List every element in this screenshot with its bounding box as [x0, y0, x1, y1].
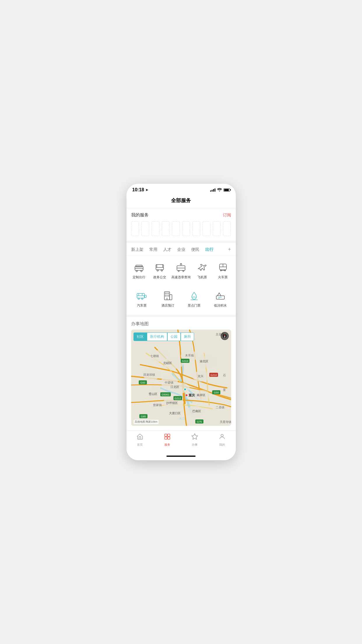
service-bus-ticket[interactable]: 汽车票: [129, 288, 155, 310]
service-gov-bus[interactable]: 政务公交: [150, 259, 170, 282]
tab-new[interactable]: 新上架: [131, 247, 143, 252]
filter-tab-community[interactable]: 社区: [133, 332, 147, 341]
service-custom-travel[interactable]: 定制出行: [129, 259, 150, 282]
filter-tab-park[interactable]: 公园: [167, 332, 181, 341]
svg-text:七塘镇: 七塘镇: [150, 354, 159, 358]
svg-text:重庆: 重庆: [189, 393, 195, 397]
svg-text:璧山区: 璧山区: [149, 392, 157, 396]
bus-ticket-label: 汽车票: [137, 303, 147, 308]
map-section-title: 办事地图: [131, 321, 231, 327]
svg-rect-1: [136, 265, 142, 267]
svg-text:G319: G319: [182, 360, 188, 363]
service-flight[interactable]: 飞机票: [192, 259, 212, 282]
nav-affairs-label: 办事: [192, 443, 198, 447]
svg-text:G75: G75: [197, 420, 202, 423]
service-waterlog[interactable]: 低洼积水: [207, 288, 233, 310]
custom-travel-icon: [133, 262, 145, 273]
nav-home[interactable]: 首页: [126, 433, 154, 447]
tab-convenience[interactable]: 便民: [191, 247, 199, 252]
nav-affairs[interactable]: 办事: [181, 433, 208, 447]
gov-bus-icon: [154, 262, 166, 273]
status-time: 10:18 ➤: [132, 187, 148, 192]
hotel-label: 酒店预订: [161, 303, 174, 308]
svg-text:G212: G212: [174, 397, 181, 400]
nav-home-label: 首页: [137, 443, 143, 447]
bottom-nav: 首页 服务 办事: [126, 430, 236, 453]
filter-tab-medical[interactable]: 医疗机构: [147, 332, 167, 341]
my-services-label: 我的服务: [131, 212, 149, 218]
home-indicator: [166, 456, 196, 457]
svg-rect-36: [168, 295, 169, 296]
placeholder-8: [203, 221, 210, 236]
svg-rect-32: [170, 295, 172, 300]
svg-text:木耳镇: 木耳镇: [185, 354, 194, 357]
svg-text:南岸区: 南岸区: [197, 393, 205, 397]
svg-text:天星寺镇: 天星寺镇: [220, 420, 231, 424]
wifi-icon: [217, 188, 222, 192]
location-arrow-icon: ➤: [145, 188, 148, 192]
map-section: 办事地图: [126, 317, 236, 426]
home-icon: [136, 433, 143, 442]
tab-add-button[interactable]: +: [228, 246, 231, 253]
svg-rect-93: [165, 434, 167, 436]
svg-text:大渡口区: 大渡口区: [169, 412, 181, 415]
compass-icon: [221, 332, 229, 340]
service-hotel[interactable]: 酒店预订: [155, 288, 181, 310]
affairs-icon: [191, 433, 198, 442]
svg-text:中梁镇: 中梁镇: [165, 381, 173, 384]
status-bar: 10:18 ➤: [126, 184, 236, 194]
svg-text:G50: G50: [214, 391, 219, 394]
svg-text:G93: G93: [140, 381, 145, 384]
status-icons: [210, 188, 230, 192]
svg-point-3: [141, 270, 142, 272]
nav-service[interactable]: 服务: [154, 433, 181, 447]
nav-mine[interactable]: 我的: [208, 433, 236, 447]
hotel-icon: [162, 290, 174, 302]
gov-bus-label: 政务公交: [153, 275, 166, 279]
placeholder-2: [141, 221, 149, 236]
svg-text:江北区: 江北区: [171, 385, 179, 388]
svg-text:龙兴: 龙兴: [198, 374, 203, 378]
svg-point-89: [186, 394, 187, 396]
tab-talent[interactable]: 人才: [163, 247, 171, 252]
service-train[interactable]: 火车票: [212, 259, 233, 282]
svg-point-2: [136, 270, 138, 272]
time-display: 10:18: [132, 187, 144, 192]
phone-frame: 10:18 ➤ 全部服务: [126, 184, 236, 460]
svg-rect-33: [165, 293, 166, 294]
map-svg: 七塘镇 北碚区 回龙坝镇 中梁镇 木耳镇 渝北区 龙兴 璧山区 曾家镇 江北区 …: [131, 330, 231, 426]
page-title-bar: 全部服务: [126, 194, 236, 208]
custom-travel-label: 定制出行: [133, 275, 145, 279]
svg-rect-35: [165, 295, 166, 296]
filter-tab-toilet[interactable]: 厕所: [181, 332, 194, 341]
tab-enterprise[interactable]: 企业: [177, 247, 185, 252]
my-services-section: 我的服务 订阅: [126, 208, 236, 241]
map-filter-tabs: 社区 医疗机构 公园 厕所: [133, 332, 194, 341]
svg-text:石: 石: [223, 374, 226, 377]
svg-point-7: [157, 270, 159, 271]
placeholder-1: [131, 221, 139, 236]
svg-text:姜: 姜: [223, 388, 226, 391]
services-placeholder-row: [131, 221, 231, 236]
content-scroll[interactable]: 我的服务 订阅 新上架 常用 人才 企: [126, 208, 236, 430]
page-title: 全部服务: [126, 197, 236, 204]
tab-travel[interactable]: 出行: [205, 247, 213, 252]
tab-common[interactable]: 常用: [149, 247, 157, 252]
service-grid-row2: 汽车票 酒店预订: [126, 286, 236, 315]
highway-label: 高速违章查询: [171, 275, 191, 279]
service-scenic[interactable]: 景点门票: [181, 288, 207, 310]
svg-point-13: [183, 270, 184, 272]
svg-text:长江: 长江: [179, 417, 185, 420]
map-attribution: 高德地图 陶家10km: [133, 420, 159, 424]
flight-label: 飞机票: [197, 275, 207, 279]
svg-text:G5001: G5001: [161, 393, 169, 396]
battery-icon: [224, 188, 230, 192]
placeholder-9: [213, 221, 221, 236]
svg-rect-94: [165, 437, 167, 439]
subscribe-button[interactable]: 订阅: [223, 213, 231, 218]
svg-rect-5: [156, 265, 164, 270]
category-tabs: 新上架 常用 人才 企业 便民 出行 +: [126, 243, 236, 256]
svg-point-25: [138, 298, 140, 300]
service-highway[interactable]: 高速违章查询: [170, 259, 192, 282]
map-container[interactable]: 七塘镇 北碚区 回龙坝镇 中梁镇 木耳镇 渝北区 龙兴 璧山区 曾家镇 江北区 …: [131, 330, 231, 426]
